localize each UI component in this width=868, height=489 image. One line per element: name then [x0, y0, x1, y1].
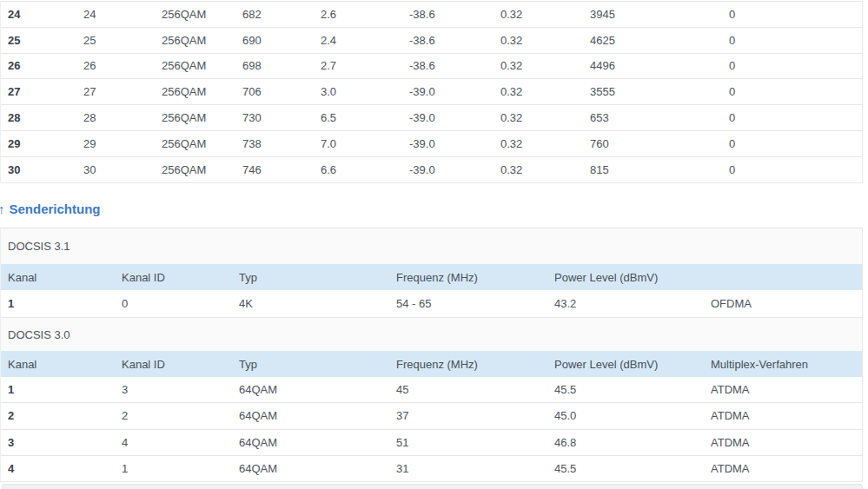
table-cell: 24: [76, 8, 155, 21]
table-cell: 4496: [583, 59, 722, 72]
docsis31-group-label: DOCSIS 3.1: [1, 228, 862, 264]
column-header: Power Level (dBmV): [547, 271, 704, 284]
column-header: Kanal: [1, 271, 115, 284]
table-cell: 3: [1, 436, 115, 449]
table-cell: 45.0: [547, 409, 704, 422]
table-cell: 256QAM: [155, 59, 235, 72]
table-row: 2626256QAM6982.7-38.60.3244960: [1, 54, 862, 80]
table-cell: 0: [115, 297, 232, 310]
column-header: Kanal: [1, 358, 115, 371]
table-cell: 3.0: [314, 85, 402, 98]
table-cell: -38.6: [402, 8, 494, 21]
table-cell: 746: [235, 163, 314, 176]
column-header: Typ: [232, 358, 389, 371]
table-cell: 29: [76, 137, 155, 150]
table-row: 2424256QAM6822.6-38.60.3239450: [1, 2, 862, 28]
table-cell: 28: [76, 111, 155, 124]
table-row: 2727256QAM7063.0-39.00.3235550: [1, 79, 862, 105]
docsis30-group-label: DOCSIS 3.0: [1, 318, 862, 351]
table-cell: -39.0: [402, 163, 494, 176]
table-cell: 2.7: [314, 59, 402, 72]
docsis31-header-row: KanalKanal IDTypFrequenz (MHz)Power Leve…: [1, 264, 862, 290]
column-header: Multiplex-Verfahren: [704, 358, 862, 371]
table-row: 3464QAM5146.8ATDMA: [1, 430, 862, 456]
column-header: Kanal ID: [115, 271, 232, 284]
table-cell: 64QAM: [232, 462, 389, 475]
table-cell: 0.32: [494, 137, 583, 150]
table-cell: 3945: [583, 8, 722, 21]
table-cell: 30: [76, 163, 155, 176]
table-row: 1364QAM4545.5ATDMA: [1, 377, 862, 403]
table-cell: 45.5: [547, 383, 704, 396]
table-cell: 2.6: [314, 8, 402, 21]
table-cell: 6.6: [314, 163, 402, 176]
table-cell: 2: [1, 409, 115, 422]
table-row: 3030256QAM7466.6-39.00.328150: [1, 157, 862, 183]
table-cell: 25: [76, 34, 155, 47]
table-cell: -39.0: [402, 85, 494, 98]
table-row: 2264QAM3745.0ATDMA: [1, 403, 862, 429]
table-cell: -38.6: [402, 59, 494, 72]
table-cell: 690: [235, 34, 314, 47]
table-cell: ATDMA: [704, 462, 862, 475]
table-cell: 26: [76, 59, 155, 72]
table-cell: 0: [722, 137, 862, 150]
table-cell: -38.6: [402, 34, 494, 47]
table-cell: 4: [115, 436, 232, 449]
table-cell: 4625: [583, 34, 722, 47]
table-cell: 25: [1, 34, 76, 47]
table-row: 2525256QAM6902.4-38.60.3246250: [1, 28, 862, 54]
docsis30-header-row: KanalKanal IDTypFrequenz (MHz)Power Leve…: [1, 351, 862, 377]
table-cell: 45.5: [547, 462, 704, 475]
table-cell: 27: [76, 85, 155, 98]
table-cell: OFDMA: [704, 297, 862, 310]
table-cell: 3: [115, 383, 232, 396]
table-cell: 37: [389, 409, 547, 422]
table-cell: 698: [235, 59, 314, 72]
table-cell: 2: [115, 409, 232, 422]
table-cell: 0.32: [494, 59, 583, 72]
table-cell: 1: [1, 383, 115, 396]
column-header: Typ: [232, 271, 389, 284]
upstream-heading-label: Senderichtung: [10, 202, 101, 216]
docsis31-label-text: DOCSIS 3.1: [8, 240, 70, 253]
table-row: 2929256QAM7387.0-39.00.327600: [1, 131, 862, 157]
table-cell: 2.4: [314, 34, 402, 47]
table-cell: 0: [722, 59, 862, 72]
table-cell: 4: [1, 462, 115, 475]
table-cell: 64QAM: [232, 436, 389, 449]
table-row: 4164QAM3145.5ATDMA: [1, 456, 862, 482]
table-cell: 738: [235, 137, 314, 150]
docsis30-label-text: DOCSIS 3.0: [8, 328, 70, 341]
table-row: 2828256QAM7306.5-39.00.326530: [1, 105, 862, 131]
table-cell: 45: [389, 383, 547, 396]
table-cell: 28: [1, 111, 76, 124]
table-cell: 730: [235, 111, 314, 124]
table-cell: 29: [1, 137, 76, 150]
table-cell: 682: [235, 8, 314, 21]
table-cell: 256QAM: [155, 137, 235, 150]
upstream-panel: DOCSIS 3.1 KanalKanal IDTypFrequenz (MHz…: [0, 228, 863, 482]
column-header: Frequenz (MHz): [389, 358, 547, 371]
column-header: Frequenz (MHz): [389, 271, 547, 284]
table-cell: 46.8: [547, 436, 704, 449]
upstream-section-heading[interactable]: ↑ Senderichtung: [0, 199, 101, 218]
table-cell: ATDMA: [704, 409, 862, 422]
table-cell: 256QAM: [155, 34, 235, 47]
table-cell: 0: [722, 85, 862, 98]
table-cell: 54 - 65: [389, 297, 547, 310]
table-cell: 256QAM: [155, 8, 235, 21]
table-cell: 256QAM: [155, 111, 235, 124]
downstream-channel-table: 2424256QAM6822.6-38.60.32394502525256QAM…: [0, 1, 863, 183]
table-cell: 0: [722, 163, 862, 176]
table-cell: 64QAM: [232, 409, 389, 422]
table-cell: 4K: [232, 297, 389, 310]
table-cell: 256QAM: [155, 163, 235, 176]
column-header: Power Level (dBmV): [547, 358, 704, 371]
table-cell: 0.32: [494, 85, 583, 98]
table-cell: 26: [1, 59, 76, 72]
table-cell: 7.0: [314, 137, 402, 150]
table-cell: 1: [1, 297, 115, 310]
table-cell: 815: [583, 163, 722, 176]
table-cell: 0: [722, 8, 862, 21]
